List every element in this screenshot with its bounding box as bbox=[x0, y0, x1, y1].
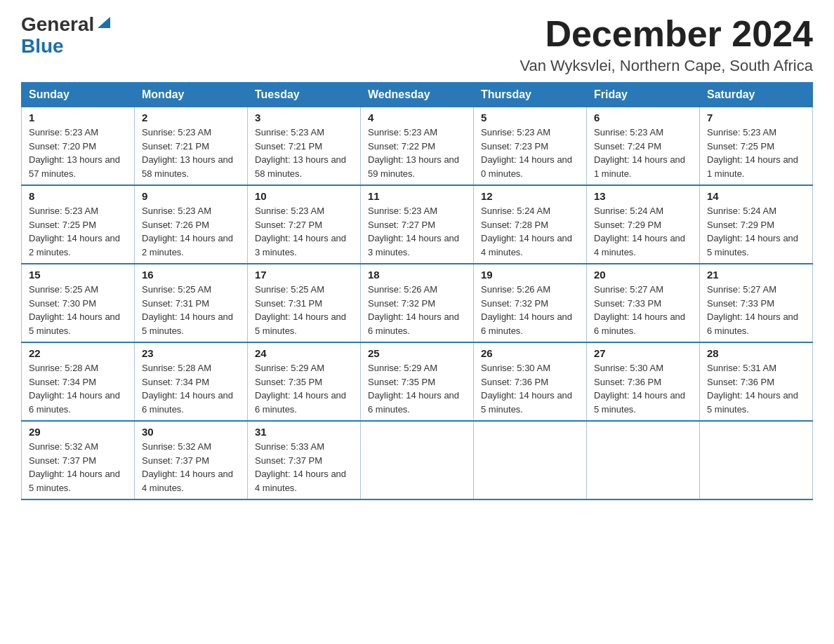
day-number: 22 bbox=[29, 347, 127, 359]
day-number: 12 bbox=[481, 190, 579, 202]
day-info: Sunrise: 5:30 AMSunset: 7:36 PMDaylight:… bbox=[594, 363, 685, 415]
table-row: 21 Sunrise: 5:27 AMSunset: 7:33 PMDaylig… bbox=[700, 264, 813, 342]
location-title: Van Wyksvlei, Northern Cape, South Afric… bbox=[519, 57, 813, 75]
day-info: Sunrise: 5:26 AMSunset: 7:32 PMDaylight:… bbox=[481, 284, 572, 336]
day-info: Sunrise: 5:29 AMSunset: 7:35 PMDaylight:… bbox=[368, 363, 459, 415]
table-row: 15 Sunrise: 5:25 AMSunset: 7:30 PMDaylig… bbox=[22, 264, 135, 342]
day-info: Sunrise: 5:24 AMSunset: 7:29 PMDaylight:… bbox=[594, 206, 685, 257]
table-row: 26 Sunrise: 5:30 AMSunset: 7:36 PMDaylig… bbox=[474, 342, 587, 421]
logo-text-general: General bbox=[21, 15, 94, 34]
day-number: 5 bbox=[481, 112, 579, 123]
day-number: 28 bbox=[707, 347, 805, 359]
table-row: 17 Sunrise: 5:25 AMSunset: 7:31 PMDaylig… bbox=[248, 264, 361, 342]
day-number: 30 bbox=[142, 426, 240, 438]
table-row: 2 Sunrise: 5:23 AMSunset: 7:21 PMDayligh… bbox=[135, 107, 248, 186]
logo-triangle-icon bbox=[96, 14, 112, 29]
table-row: 19 Sunrise: 5:26 AMSunset: 7:32 PMDaylig… bbox=[474, 264, 587, 342]
logo-text-blue: Blue bbox=[21, 36, 64, 56]
day-info: Sunrise: 5:32 AMSunset: 7:37 PMDaylight:… bbox=[29, 441, 120, 493]
day-number: 10 bbox=[255, 190, 353, 202]
table-row: 28 Sunrise: 5:31 AMSunset: 7:36 PMDaylig… bbox=[700, 342, 813, 421]
day-info: Sunrise: 5:25 AMSunset: 7:31 PMDaylight:… bbox=[255, 284, 346, 336]
day-info: Sunrise: 5:33 AMSunset: 7:37 PMDaylight:… bbox=[255, 441, 346, 493]
table-row: 7 Sunrise: 5:23 AMSunset: 7:25 PMDayligh… bbox=[700, 107, 813, 186]
col-saturday: Saturday bbox=[700, 83, 813, 107]
day-info: Sunrise: 5:30 AMSunset: 7:36 PMDaylight:… bbox=[481, 363, 572, 415]
title-area: December 2024 Van Wyksvlei, Northern Cap… bbox=[519, 14, 813, 75]
table-row: 23 Sunrise: 5:28 AMSunset: 7:34 PMDaylig… bbox=[135, 342, 248, 421]
day-info: Sunrise: 5:32 AMSunset: 7:37 PMDaylight:… bbox=[142, 441, 233, 493]
day-number: 11 bbox=[368, 190, 466, 202]
table-row: 4 Sunrise: 5:23 AMSunset: 7:22 PMDayligh… bbox=[361, 107, 474, 186]
day-number: 20 bbox=[594, 269, 692, 281]
day-info: Sunrise: 5:25 AMSunset: 7:31 PMDaylight:… bbox=[142, 284, 233, 336]
day-info: Sunrise: 5:27 AMSunset: 7:33 PMDaylight:… bbox=[594, 284, 685, 336]
table-row: 20 Sunrise: 5:27 AMSunset: 7:33 PMDaylig… bbox=[587, 264, 700, 342]
table-row: 30 Sunrise: 5:32 AMSunset: 7:37 PMDaylig… bbox=[135, 421, 248, 499]
day-number: 14 bbox=[707, 190, 805, 202]
day-info: Sunrise: 5:23 AMSunset: 7:26 PMDaylight:… bbox=[142, 206, 233, 257]
table-row: 18 Sunrise: 5:26 AMSunset: 7:32 PMDaylig… bbox=[361, 264, 474, 342]
calendar-table: Sunday Monday Tuesday Wednesday Thursday… bbox=[21, 82, 813, 500]
day-number: 23 bbox=[142, 347, 240, 359]
table-row: 13 Sunrise: 5:24 AMSunset: 7:29 PMDaylig… bbox=[587, 185, 700, 264]
table-row: 12 Sunrise: 5:24 AMSunset: 7:28 PMDaylig… bbox=[474, 185, 587, 264]
day-info: Sunrise: 5:23 AMSunset: 7:21 PMDaylight:… bbox=[255, 127, 346, 179]
day-number: 29 bbox=[29, 426, 127, 438]
table-row: 16 Sunrise: 5:25 AMSunset: 7:31 PMDaylig… bbox=[135, 264, 248, 342]
col-sunday: Sunday bbox=[22, 83, 135, 107]
table-row: 3 Sunrise: 5:23 AMSunset: 7:21 PMDayligh… bbox=[248, 107, 361, 186]
col-friday: Friday bbox=[587, 83, 700, 107]
svg-marker-0 bbox=[98, 17, 110, 28]
table-row bbox=[700, 421, 813, 499]
day-info: Sunrise: 5:28 AMSunset: 7:34 PMDaylight:… bbox=[142, 363, 233, 415]
table-row: 27 Sunrise: 5:30 AMSunset: 7:36 PMDaylig… bbox=[587, 342, 700, 421]
col-thursday: Thursday bbox=[474, 83, 587, 107]
day-number: 9 bbox=[142, 190, 240, 202]
logo: General Blue bbox=[21, 14, 112, 56]
calendar-week-row: 1 Sunrise: 5:23 AMSunset: 7:20 PMDayligh… bbox=[22, 107, 813, 186]
day-number: 17 bbox=[255, 269, 353, 281]
day-info: Sunrise: 5:27 AMSunset: 7:33 PMDaylight:… bbox=[707, 284, 798, 336]
day-info: Sunrise: 5:29 AMSunset: 7:35 PMDaylight:… bbox=[255, 363, 346, 415]
table-row: 8 Sunrise: 5:23 AMSunset: 7:25 PMDayligh… bbox=[22, 185, 135, 264]
day-number: 25 bbox=[368, 347, 466, 359]
day-number: 1 bbox=[29, 112, 127, 123]
day-number: 27 bbox=[594, 347, 692, 359]
day-info: Sunrise: 5:23 AMSunset: 7:23 PMDaylight:… bbox=[481, 127, 572, 179]
calendar-week-row: 29 Sunrise: 5:32 AMSunset: 7:37 PMDaylig… bbox=[22, 421, 813, 499]
table-row bbox=[361, 421, 474, 499]
day-number: 4 bbox=[368, 112, 466, 123]
table-row: 10 Sunrise: 5:23 AMSunset: 7:27 PMDaylig… bbox=[248, 185, 361, 264]
day-number: 13 bbox=[594, 190, 692, 202]
day-info: Sunrise: 5:23 AMSunset: 7:22 PMDaylight:… bbox=[368, 127, 459, 179]
month-title: December 2024 bbox=[519, 14, 813, 54]
day-info: Sunrise: 5:23 AMSunset: 7:27 PMDaylight:… bbox=[255, 206, 346, 257]
table-row: 31 Sunrise: 5:33 AMSunset: 7:37 PMDaylig… bbox=[248, 421, 361, 499]
page-header: General Blue December 2024 Van Wyksvlei,… bbox=[21, 14, 813, 75]
table-row: 6 Sunrise: 5:23 AMSunset: 7:24 PMDayligh… bbox=[587, 107, 700, 186]
calendar-week-row: 15 Sunrise: 5:25 AMSunset: 7:30 PMDaylig… bbox=[22, 264, 813, 342]
day-info: Sunrise: 5:26 AMSunset: 7:32 PMDaylight:… bbox=[368, 284, 459, 336]
day-number: 18 bbox=[368, 269, 466, 281]
day-number: 19 bbox=[481, 269, 579, 281]
col-tuesday: Tuesday bbox=[248, 83, 361, 107]
day-info: Sunrise: 5:23 AMSunset: 7:24 PMDaylight:… bbox=[594, 127, 685, 179]
day-number: 8 bbox=[29, 190, 127, 202]
table-row: 9 Sunrise: 5:23 AMSunset: 7:26 PMDayligh… bbox=[135, 185, 248, 264]
table-row: 22 Sunrise: 5:28 AMSunset: 7:34 PMDaylig… bbox=[22, 342, 135, 421]
day-info: Sunrise: 5:28 AMSunset: 7:34 PMDaylight:… bbox=[29, 363, 120, 415]
day-info: Sunrise: 5:24 AMSunset: 7:29 PMDaylight:… bbox=[707, 206, 798, 257]
col-wednesday: Wednesday bbox=[361, 83, 474, 107]
day-number: 2 bbox=[142, 112, 240, 123]
day-info: Sunrise: 5:23 AMSunset: 7:21 PMDaylight:… bbox=[142, 127, 233, 179]
day-info: Sunrise: 5:25 AMSunset: 7:30 PMDaylight:… bbox=[29, 284, 120, 336]
day-number: 16 bbox=[142, 269, 240, 281]
calendar-week-row: 8 Sunrise: 5:23 AMSunset: 7:25 PMDayligh… bbox=[22, 185, 813, 264]
day-number: 7 bbox=[707, 112, 805, 123]
day-number: 6 bbox=[594, 112, 692, 123]
table-row bbox=[587, 421, 700, 499]
table-row: 11 Sunrise: 5:23 AMSunset: 7:27 PMDaylig… bbox=[361, 185, 474, 264]
day-number: 24 bbox=[255, 347, 353, 359]
day-number: 21 bbox=[707, 269, 805, 281]
